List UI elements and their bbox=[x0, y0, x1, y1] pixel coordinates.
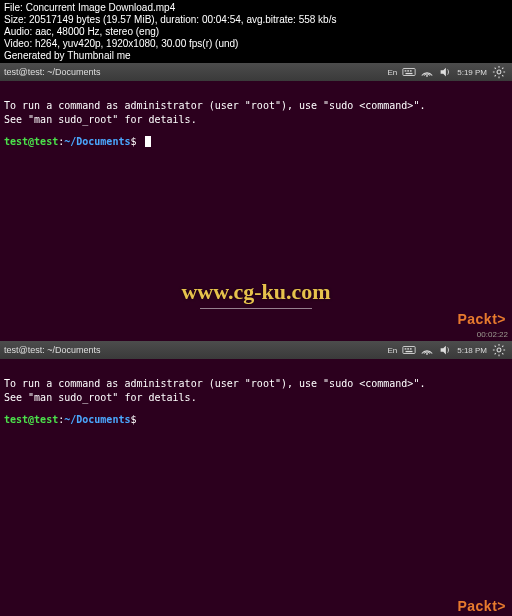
prompt-dollar: $ bbox=[130, 136, 136, 147]
svg-rect-11 bbox=[406, 351, 413, 352]
meta-size: Size: 20517149 bytes (19.57 MiB), durati… bbox=[4, 14, 508, 26]
keyboard-icon[interactable] bbox=[402, 65, 416, 79]
meta-file: File: Concurrent Image Download.mp4 bbox=[4, 2, 508, 14]
clock[interactable]: 5:19 PM bbox=[457, 68, 487, 77]
terminal-pane-1: test@test: ~/Documents En 5:19 PM To run… bbox=[0, 63, 512, 341]
window-title: test@test: ~/Documents bbox=[4, 67, 100, 77]
svg-rect-3 bbox=[410, 70, 412, 71]
terminal-body-1[interactable]: To run a command as administrator (user … bbox=[0, 81, 512, 181]
watermark-underline bbox=[200, 308, 312, 309]
svg-rect-8 bbox=[405, 348, 407, 349]
prompt-path: ~/Documents bbox=[64, 136, 130, 147]
terminal-cursor bbox=[145, 136, 151, 147]
svg-point-13 bbox=[497, 348, 501, 352]
terminal-body-2[interactable]: To run a command as administrator (user … bbox=[0, 359, 512, 459]
network-icon[interactable] bbox=[420, 65, 434, 79]
prompt-user: test@test bbox=[4, 414, 58, 425]
motd-line1: To run a command as administrator (user … bbox=[4, 100, 425, 111]
svg-point-6 bbox=[497, 70, 501, 74]
titlebar-1: test@test: ~/Documents En 5:19 PM bbox=[0, 63, 512, 81]
volume-icon[interactable] bbox=[438, 65, 452, 79]
motd-line1: To run a command as administrator (user … bbox=[4, 378, 425, 389]
svg-rect-9 bbox=[407, 348, 409, 349]
prompt-user: test@test bbox=[4, 136, 58, 147]
meta-generated: Generated by Thumbnail me bbox=[4, 50, 508, 62]
titlebar-2: test@test: ~/Documents En 5:18 PM bbox=[0, 341, 512, 359]
prompt-line-1: test@test:~/Documents$ bbox=[4, 135, 508, 149]
volume-icon[interactable] bbox=[438, 343, 452, 357]
network-icon[interactable] bbox=[420, 343, 434, 357]
svg-rect-10 bbox=[410, 348, 412, 349]
clock[interactable]: 5:18 PM bbox=[457, 346, 487, 355]
motd-line2: See "man sudo_root" for details. bbox=[4, 114, 197, 125]
packt-text: Packt bbox=[457, 311, 497, 327]
svg-rect-0 bbox=[403, 69, 415, 76]
keyboard-icon[interactable] bbox=[402, 343, 416, 357]
gear-icon[interactable] bbox=[492, 343, 506, 357]
terminal-pane-2: test@test: ~/Documents En 5:18 PM To run… bbox=[0, 341, 512, 616]
watermark-text: www.cg-ku.com bbox=[0, 279, 512, 305]
svg-rect-1 bbox=[405, 70, 407, 71]
window-title: test@test: ~/Documents bbox=[4, 345, 100, 355]
lang-indicator[interactable]: En bbox=[387, 68, 397, 77]
lang-indicator[interactable]: En bbox=[387, 346, 397, 355]
prompt-dollar: $ bbox=[130, 414, 136, 425]
packt-text: Packt bbox=[457, 598, 497, 614]
svg-rect-4 bbox=[406, 73, 413, 74]
motd-line2: See "man sudo_root" for details. bbox=[4, 392, 197, 403]
packt-brand-1: Packt> bbox=[457, 311, 506, 327]
timecode-1: 00:02:22 bbox=[477, 330, 508, 339]
packt-suffix: > bbox=[497, 311, 506, 327]
prompt-path: ~/Documents bbox=[64, 414, 130, 425]
meta-audio: Audio: aac, 48000 Hz, stereo (eng) bbox=[4, 26, 508, 38]
svg-point-5 bbox=[426, 75, 428, 77]
meta-video: Video: h264, yuv420p, 1920x1080, 30.00 f… bbox=[4, 38, 508, 50]
svg-rect-7 bbox=[403, 347, 415, 354]
svg-point-12 bbox=[426, 353, 428, 355]
gear-icon[interactable] bbox=[492, 65, 506, 79]
video-metadata-block: File: Concurrent Image Download.mp4 Size… bbox=[0, 0, 512, 63]
svg-rect-2 bbox=[407, 70, 409, 71]
prompt-line-2: test@test:~/Documents$ bbox=[4, 413, 508, 427]
packt-suffix: > bbox=[497, 598, 506, 614]
packt-brand-2: Packt> bbox=[457, 598, 506, 614]
